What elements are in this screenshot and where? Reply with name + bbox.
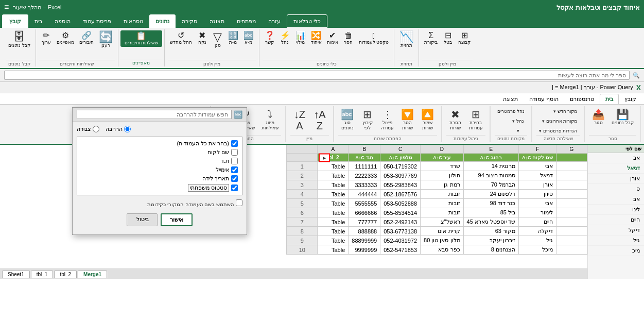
sheet-tab-tbl2[interactable]: tbl_2 [54, 271, 77, 278]
checkbox-email-input[interactable] [231, 166, 238, 173]
btn-nahal[interactable]: ⚡ נהל [278, 30, 292, 46]
pq-btn-keep-rows[interactable]: 🔼 שמורשורות [419, 107, 437, 132]
section-icons-shailtot: 📋 שאילתות וחיבורים [120, 30, 163, 59]
pq-tab-transform[interactable]: טרנספורם [564, 94, 600, 104]
pq-btn-recent[interactable]: מקורות אחרונים ▾ [539, 117, 580, 125]
tab-skirah[interactable]: סקירה [176, 14, 203, 28]
checkbox-status-input[interactable] [231, 184, 238, 191]
table-row: 3 Table 3333333 055-2983843 רמת גן הברמל… [287, 180, 587, 190]
btn-takhzit[interactable]: 📉 תחזית [397, 30, 415, 49]
tab-noshaot[interactable]: נוסחאות [117, 14, 149, 28]
sidebar-item-10[interactable]: מיכ [588, 246, 644, 256]
tab-ezra[interactable]: עזרה [262, 14, 287, 28]
fill-icon: 📊 [295, 31, 306, 40]
tab-tztugah[interactable]: תצוגה [203, 14, 231, 28]
btn-edit-links[interactable]: ✏ ערוך [39, 30, 54, 46]
cell-name-10: מיכל [518, 245, 556, 255]
hamburger-icon[interactable]: ≡ [4, 3, 9, 12]
sidebar-item-7[interactable]: חיים [588, 215, 644, 225]
search-input[interactable] [4, 71, 630, 80]
btn-miyen-z-a[interactable]: 🔡 מ-ת [226, 30, 240, 46]
pq-btn-props[interactable]: נהל ▾ [509, 117, 527, 125]
sheet-tab-merge1[interactable]: Merge1 [78, 271, 107, 278]
pq-btn-advanced-editor[interactable]: ▾ [509, 127, 527, 135]
section-kvutza: ⊞ קבוצה ⊟ בטל Σ ביקורת מיין ולסנן [419, 29, 476, 66]
pq-tab-add-col[interactable]: הוסף עמודה [524, 94, 564, 104]
pq-tab-kupatz[interactable]: קובץ [619, 94, 642, 104]
cell-street-6: ביל 85 [463, 208, 518, 217]
btn-imut[interactable]: ✔ אימות [325, 30, 340, 46]
pq-btn-enter-data[interactable]: הגדרות פרמטרים ▾ [536, 127, 580, 135]
checkbox-all-input[interactable] [231, 140, 238, 147]
pq-btn-merge[interactable]: ⤵ מיזוגשאילתות [259, 107, 281, 132]
sidebar-item-9[interactable]: גיל [588, 236, 644, 246]
cell-street-10: הצנחנים 8 [463, 245, 518, 255]
pq-tab-beit[interactable]: בית [600, 94, 619, 104]
pq-tab-view[interactable]: תצוגה [497, 94, 524, 104]
btn-clear[interactable]: ✖ נקה [195, 30, 210, 46]
dialog-ok-button[interactable]: אישור [161, 213, 193, 226]
section-lbl-kvutza: מיין ולסנן [422, 60, 473, 66]
dialog-cancel-button[interactable]: ביטול [127, 213, 158, 226]
radio-harchavah-input[interactable] [124, 126, 131, 132]
btn-kabel-netunim[interactable]: 🗄 קבל נתונים [6, 30, 32, 49]
pq-btn-close-load[interactable]: 💾 קבל נתונים [609, 107, 636, 127]
cell-name-4: סיוון [518, 190, 556, 199]
btn-miyen-a-z[interactable]: 🔤 מ-א [241, 30, 256, 46]
pq-btn-split-col[interactable]: ⋮ פיצולעמודה [378, 107, 397, 132]
checkbox-birthday-label: תאריך לידה [202, 175, 229, 182]
btn-bikhur-shorot[interactable]: Σ ביקורת [422, 30, 440, 46]
sidebar-item-8[interactable]: דיקל [588, 225, 644, 236]
sidebar-item-1[interactable]: אב [588, 153, 644, 163]
dialog-note-checkbox[interactable] [236, 199, 242, 206]
radio-harchavah[interactable]: הרחבה [106, 126, 131, 132]
pq-btn-new-source[interactable]: מקור חדש ▾ [551, 107, 580, 115]
tab-beit[interactable]: בית [28, 14, 48, 28]
checkbox-td-input[interactable] [231, 158, 238, 164]
tab-netunim[interactable]: נתונים [149, 14, 176, 28]
pq-btn-group[interactable]: ⊞ קיבוץלפי [358, 107, 377, 132]
tab-perisat-amud[interactable]: פריסת עמוד [77, 14, 117, 28]
btn-kvutza[interactable]: ⊞ קבוצה [456, 30, 473, 46]
tab-kupatz[interactable]: קובץ [2, 14, 28, 28]
btn-achud[interactable]: 🔀 איחוד [309, 30, 324, 46]
sheet-tab-tbl1[interactable]: tbl_1 [31, 271, 54, 278]
btn-raanem[interactable]: 🔄 רענן [97, 30, 115, 49]
sidebar-item-5[interactable]: אב [588, 194, 644, 205]
pq-btn-save[interactable]: 📤 סגור [589, 107, 607, 127]
btn-hasel-mukhfal[interactable]: ↺ החל מחדש [168, 30, 194, 46]
btn-miliuy[interactable]: 📊 מילוי [293, 30, 308, 46]
sidebar-item-4[interactable]: ס [588, 184, 644, 194]
pq-btn-sort-desc[interactable]: Z↓A [290, 107, 309, 133]
tab-mfathim[interactable]: מפתחים [231, 14, 262, 28]
tab-hosafa[interactable]: הוספה [48, 14, 77, 28]
pq-btn-remove-cols[interactable]: ✖ הסרתשורות [446, 107, 465, 132]
pq-btn-type[interactable]: 🔤 סוגנתונים [338, 107, 357, 132]
checkbox-birthday-input[interactable] [231, 175, 238, 182]
sidebar-item-6[interactable]: לינו [588, 205, 644, 215]
btn-hassar[interactable]: 🗑 הסר [341, 30, 356, 46]
btn-meafyenim[interactable]: ⚙ מאפיינים [55, 30, 76, 46]
sidebar-item-2[interactable]: דניאל [588, 163, 644, 174]
pq-btn-sort-asc[interactable]: A↑Z [310, 107, 329, 133]
pq-btn-refresh-preview[interactable]: נהל פרמטרים [495, 107, 528, 115]
checkbox-shem-input[interactable] [231, 149, 238, 156]
radio-tzviyah[interactable]: צבירה [77, 126, 99, 132]
btn-shailtot-hibburim[interactable]: 📋 שאילתות וחיבורים [120, 30, 163, 47]
sheet-tab-sheet1[interactable]: Sheet1 [2, 271, 30, 278]
pq-btn-choose-cols[interactable]: ⊞ בחירתעמודות [466, 107, 485, 132]
search-bar: 🔍 [0, 69, 644, 82]
btn-query[interactable]: ❓ קשר [263, 30, 277, 46]
tab-kley-tablaot[interactable]: כלי טבלאות [287, 14, 327, 28]
col-toggle-button[interactable]: ► [319, 153, 330, 162]
sidebar-item-3[interactable]: אורן [588, 174, 644, 184]
pq-btn-remove-rows[interactable]: 🔽 הסרשורות [398, 107, 417, 132]
dialog-search-input[interactable] [77, 110, 232, 119]
cell-phone-4: 052-1867576 [380, 190, 421, 199]
btn-sanen[interactable]: ▽ סנן [211, 30, 225, 49]
btn-bitul-kvutza[interactable]: ⊟ בטל [441, 30, 455, 46]
radio-tzviyah-input[interactable] [93, 126, 99, 132]
btn-hibburim[interactable]: 🔗 חיבורים [77, 30, 96, 46]
cell-street-8: מקור 63 [463, 227, 518, 236]
btn-text-to-col[interactable]: ⫿ טקסט לעמודות [357, 30, 391, 46]
